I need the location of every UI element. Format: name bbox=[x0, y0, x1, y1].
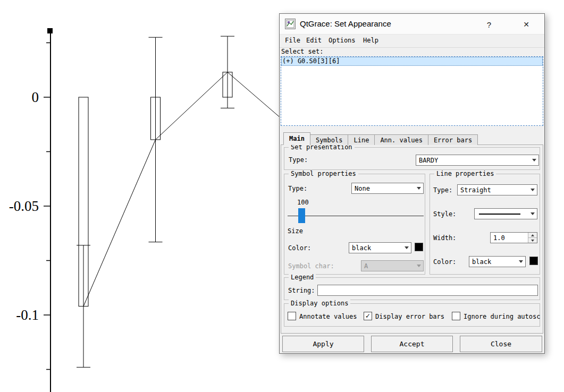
dropdown-value: black bbox=[469, 258, 517, 266]
tab-main[interactable]: Main bbox=[283, 132, 310, 145]
set-appearance-dialog: QtGrace: Set Appearance ? ✕ File Edit Op… bbox=[279, 13, 545, 354]
tab-bar: Main Symbols Line Ann. values Error bars bbox=[283, 132, 477, 145]
legend-group: Legend String: bbox=[284, 277, 540, 300]
dropdown-value: None bbox=[352, 185, 415, 192]
app-icon bbox=[285, 19, 296, 29]
menu-options[interactable]: Options bbox=[329, 37, 356, 44]
dialog-titlebar[interactable]: QtGrace: Set Appearance ? ✕ bbox=[280, 14, 544, 35]
spinbox-value[interactable]: 1.0 bbox=[491, 233, 528, 243]
line-color-label: Color: bbox=[433, 258, 456, 266]
close-icon[interactable]: ✕ bbox=[518, 18, 535, 31]
spin-down-icon[interactable] bbox=[528, 238, 537, 243]
line-width-spinbox[interactable]: 1.0 bbox=[490, 232, 537, 243]
dropdown-value: A bbox=[361, 262, 415, 270]
tab-line[interactable]: Line bbox=[348, 134, 375, 145]
chevron-down-icon bbox=[528, 209, 537, 219]
line-type-label: Type: bbox=[433, 186, 452, 194]
chevron-down-icon bbox=[415, 261, 423, 271]
solid-line-icon bbox=[479, 214, 520, 215]
dropdown-value: Straight bbox=[458, 186, 528, 194]
symbol-color-dropdown[interactable]: black bbox=[349, 242, 411, 253]
close-button[interactable]: Close bbox=[460, 336, 542, 352]
group-title: Line properties bbox=[434, 170, 496, 177]
select-set-label: Select set: bbox=[281, 48, 323, 55]
tab-symbols[interactable]: Symbols bbox=[310, 134, 349, 145]
symbol-properties-group: Symbol properties Type: None 100 Size Co… bbox=[284, 174, 425, 275]
display-options-group: Display options Annotate values ✓ Displa… bbox=[284, 303, 540, 327]
legend-string-input[interactable] bbox=[317, 285, 538, 296]
presentation-type-dropdown[interactable]: BARDY bbox=[416, 155, 539, 166]
menu-help[interactable]: Help bbox=[363, 37, 378, 44]
ignore-autoscale-checkbox[interactable] bbox=[452, 312, 460, 320]
group-title: Display options bbox=[289, 300, 350, 307]
tab-error-bars[interactable]: Error bars bbox=[428, 134, 478, 145]
spin-buttons bbox=[528, 233, 537, 243]
dialog-title: QtGrace: Set Appearance bbox=[300, 19, 391, 28]
menu-bar: File Edit Options Help bbox=[280, 34, 544, 48]
symbol-color-label: Color: bbox=[288, 244, 311, 252]
display-error-bars-checkbox[interactable]: ✓ bbox=[364, 312, 372, 320]
line-color-swatch bbox=[529, 257, 538, 265]
line-style-dropdown[interactable] bbox=[474, 208, 537, 219]
accept-button[interactable]: Accept bbox=[371, 336, 453, 352]
set-presentation-group: Set presentation Type: BARDY bbox=[284, 147, 540, 170]
set-list[interactable]: (+) G0.S0[3][6] bbox=[281, 56, 543, 126]
line-style-label: Style: bbox=[433, 210, 456, 218]
menu-edit[interactable]: Edit bbox=[306, 37, 322, 44]
dropdown-value: BARDY bbox=[416, 157, 530, 164]
line-width-label: Width: bbox=[433, 234, 456, 242]
dropdown-value: black bbox=[349, 244, 402, 252]
group-title: Symbol properties bbox=[289, 170, 358, 177]
apply-button[interactable]: Apply bbox=[282, 336, 364, 352]
chevron-down-icon bbox=[517, 257, 525, 267]
chevron-down-icon bbox=[530, 155, 538, 165]
display-error-bars-label[interactable]: Display error bars bbox=[375, 313, 444, 320]
svg-text:-0.05: -0.05 bbox=[9, 198, 39, 214]
legend-string-label: String: bbox=[288, 287, 315, 294]
presentation-type-label: Type: bbox=[289, 156, 308, 164]
chevron-down-icon bbox=[415, 183, 423, 193]
line-color-dropdown[interactable]: black bbox=[469, 256, 526, 267]
chevron-down-icon bbox=[528, 185, 537, 195]
slider-track[interactable] bbox=[288, 216, 424, 216]
slider-handle[interactable] bbox=[298, 208, 305, 223]
annotate-values-label[interactable]: Annotate values bbox=[299, 313, 357, 320]
ignore-autoscale-label[interactable]: Ignore during autosc bbox=[464, 313, 541, 320]
svg-text:0: 0 bbox=[32, 89, 39, 105]
symbol-type-dropdown[interactable]: None bbox=[351, 183, 424, 194]
set-list-item[interactable]: (+) G0.S0[3][6] bbox=[281, 57, 543, 66]
symbol-size-slider[interactable] bbox=[288, 207, 424, 225]
spin-up-icon[interactable] bbox=[528, 233, 537, 238]
tab-ann-values[interactable]: Ann. values bbox=[374, 134, 428, 145]
annotate-values-checkbox[interactable] bbox=[288, 312, 296, 320]
line-properties-group: Line properties Type: Straight Style: Wi… bbox=[430, 174, 540, 275]
group-title: Legend bbox=[289, 274, 316, 281]
menu-file[interactable]: File bbox=[285, 37, 300, 44]
symbol-size-label: Size bbox=[288, 227, 303, 235]
help-button[interactable]: ? bbox=[481, 18, 498, 31]
symbol-size-value: 100 bbox=[297, 199, 309, 206]
symbol-char-dropdown: A bbox=[361, 260, 424, 271]
chevron-down-icon bbox=[402, 243, 411, 253]
line-type-dropdown[interactable]: Straight bbox=[457, 184, 537, 195]
symbol-char-label: Symbol char: bbox=[288, 262, 334, 270]
symbol-type-label: Type: bbox=[288, 185, 307, 192]
svg-text:-0.1: -0.1 bbox=[16, 307, 39, 323]
symbol-color-swatch bbox=[415, 243, 423, 251]
